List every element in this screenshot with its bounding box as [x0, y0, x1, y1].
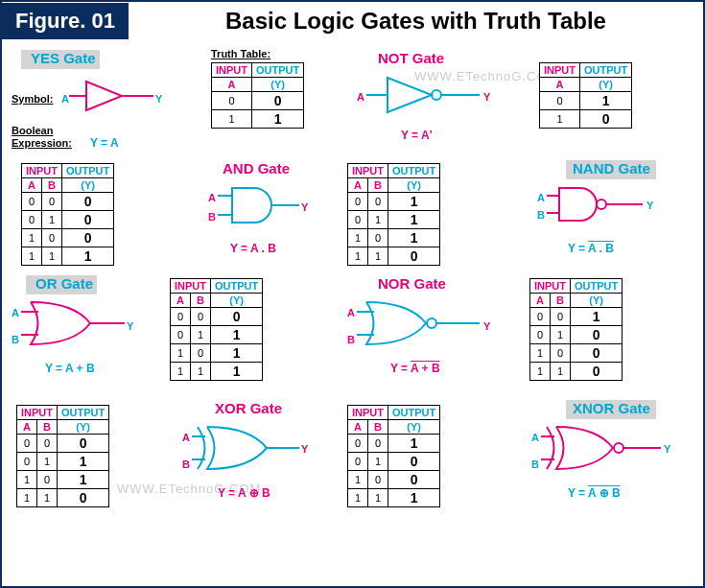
- yes-gate-label: YES Gate: [31, 50, 96, 66]
- svg-marker-4: [388, 78, 432, 112]
- nor-a: A: [347, 307, 355, 318]
- xnor-b: B: [531, 459, 539, 470]
- xnor-gate-label: XNOR Gate: [573, 400, 650, 416]
- nor-expr: Y = A + B: [390, 362, 440, 375]
- or-gate-label: OR Gate: [35, 275, 93, 292]
- boolean-expr-label: BooleanExpression:: [12, 125, 72, 150]
- and-truth-table: INPUTOUTPUT AB(Y) 000 010 100 111: [21, 163, 114, 266]
- xor-expr: Y = A ⊕ B: [218, 486, 270, 500]
- xnor-expr: Y = A ⊕ B: [568, 486, 621, 500]
- input-a-label: A: [61, 93, 69, 105]
- xor-gate-label: XOR Gate: [215, 400, 282, 416]
- nor-y: Y: [483, 320, 490, 332]
- and-gate-label: AND Gate: [223, 160, 290, 176]
- yes-expr: Y = A: [90, 136, 119, 150]
- page-title: Basic Logic Gates with Truth Table: [129, 2, 703, 40]
- header: Figure. 01 Basic Logic Gates with Truth …: [2, 2, 703, 40]
- xor-truth-table: INPUTOUTPUT AB(Y) 000 011 101 110: [16, 405, 109, 507]
- nor-gate-symbol: [357, 299, 482, 347]
- xor-a: A: [182, 432, 190, 443]
- svg-marker-1: [86, 82, 122, 110]
- or-b: B: [12, 334, 19, 345]
- not-gate-symbol: [366, 74, 482, 117]
- nand-y: Y: [646, 200, 653, 211]
- xnor-gate-symbol: [541, 424, 664, 472]
- svg-point-19: [427, 318, 436, 328]
- not-gate-label: NOT Gate: [378, 50, 444, 66]
- or-truth-table: INPUTOUTPUT AB(Y) 000 011 101 111: [170, 278, 263, 381]
- symbol-label: Symbol:: [12, 93, 53, 105]
- and-expr: Y = A . B: [230, 242, 276, 255]
- nor-truth-table: INPUTOUTPUT AB(Y) 001 010 100 110: [529, 278, 623, 381]
- xnor-truth-table: INPUTOUTPUT AB(Y) 001 010 100 111: [347, 405, 440, 507]
- or-y: Y: [127, 320, 133, 332]
- svg-point-26: [614, 443, 623, 453]
- or-a: A: [12, 307, 19, 318]
- svg-point-12: [597, 200, 606, 209]
- and-a: A: [208, 192, 216, 203]
- not-a-label: A: [357, 91, 364, 103]
- and-gate-symbol: [218, 184, 304, 227]
- or-expr: Y = A + B: [45, 362, 95, 375]
- nand-b: B: [537, 209, 545, 221]
- xor-y: Y: [301, 443, 308, 455]
- truth-table-label: Truth Table:: [211, 48, 270, 59]
- and-b: B: [208, 211, 216, 223]
- not-truth-table: INPUTOUTPUT A(Y) 01 10: [539, 62, 632, 129]
- nor-gate-label: NOR Gate: [378, 275, 446, 292]
- xor-b: B: [182, 459, 190, 470]
- xnor-a: A: [531, 432, 539, 443]
- xnor-y: Y: [664, 443, 670, 455]
- nand-gate-symbol: [547, 184, 647, 227]
- figure-badge: Figure. 01: [2, 3, 129, 39]
- yes-truth-table: INPUTOUTPUT A(Y) 00 11: [211, 62, 304, 129]
- nand-gate-label: NAND Gate: [573, 160, 650, 176]
- nand-truth-table: INPUTOUTPUT AB(Y) 001 011 101 110: [347, 163, 440, 266]
- nor-b: B: [347, 334, 355, 345]
- output-y-label: Y: [155, 93, 162, 105]
- nand-expr: Y = A . B: [568, 242, 614, 255]
- xor-gate-symbol: [192, 424, 302, 472]
- not-y-label: Y: [483, 91, 490, 103]
- yes-gate-symbol: [69, 77, 155, 115]
- not-expr: Y = A': [401, 129, 433, 142]
- nand-a: A: [537, 192, 545, 203]
- or-gate-symbol: [21, 299, 127, 347]
- diagram-content: WWW.ETechnoG.COM WWW.ETechnoG.COM YES Ga…: [2, 40, 703, 48]
